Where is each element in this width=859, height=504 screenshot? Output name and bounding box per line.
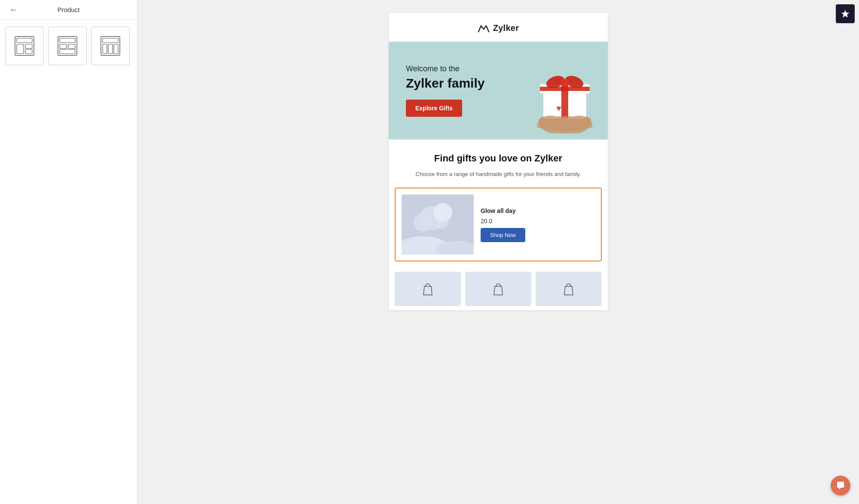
section-heading: Find gifts you love on Zylker Choose fro…	[389, 140, 608, 184]
layout-icon-1	[13, 35, 36, 57]
featured-product-card: Glow all day 20.0 Shop Now	[396, 188, 601, 261]
product-image	[402, 194, 474, 255]
bottom-product-1	[395, 272, 461, 306]
hero-banner: Welcome to the Zylker family Explore Gif…	[389, 42, 608, 140]
product-image-placeholder-svg	[402, 194, 474, 255]
bottom-product-row	[389, 267, 608, 310]
sidebar-thumbnails	[0, 20, 137, 72]
hero-image: ♥	[522, 42, 608, 140]
svg-rect-4	[25, 49, 32, 54]
svg-marker-31	[841, 10, 850, 18]
star-button[interactable]	[836, 4, 855, 23]
svg-rect-6	[60, 38, 75, 43]
svg-rect-0	[15, 36, 34, 55]
featured-product-container: Glow all day 20.0 Shop Now	[395, 188, 602, 261]
svg-rect-3	[25, 44, 32, 49]
svg-rect-1	[17, 38, 32, 43]
bag-icon-1	[419, 280, 436, 298]
brand-name: Zylker	[493, 23, 519, 33]
svg-point-28	[433, 203, 452, 222]
gift-illustration: ♥	[530, 48, 599, 134]
layout-icon-3	[99, 35, 122, 57]
chat-button[interactable]	[831, 476, 850, 495]
product-price: 20.0	[481, 218, 595, 225]
chat-icon	[836, 481, 845, 490]
section-main-heading: Find gifts you love on Zylker	[397, 152, 599, 165]
layout-icon-2	[56, 35, 79, 57]
sidebar-header: ← Product	[0, 0, 137, 20]
svg-point-22	[560, 79, 569, 87]
email-logo-area: Zylker	[389, 13, 608, 42]
svg-rect-7	[60, 44, 67, 49]
email-preview-card: Zylker Welcome to the Zylker family Expl…	[389, 13, 608, 310]
svg-rect-9	[60, 49, 75, 54]
brand-logo-icon	[478, 24, 490, 33]
star-icon	[841, 9, 850, 18]
svg-rect-12	[103, 44, 107, 54]
svg-rect-8	[68, 44, 75, 49]
email-logo: Zylker	[478, 23, 519, 33]
explore-gifts-button[interactable]: Explore Gifts	[406, 100, 462, 117]
hero-text-area: Welcome to the Zylker family Explore Gif…	[389, 52, 502, 130]
svg-rect-2	[17, 44, 24, 54]
sidebar: ← Product	[0, 0, 137, 504]
layout-thumbnail-1[interactable]	[5, 27, 44, 65]
product-name: Glow all day	[481, 207, 595, 214]
bottom-product-3	[536, 272, 602, 306]
svg-rect-13	[108, 44, 113, 54]
bottom-product-2	[465, 272, 531, 306]
svg-rect-11	[103, 38, 118, 43]
bag-icon-3	[560, 280, 577, 298]
back-button[interactable]: ←	[6, 3, 21, 16]
sidebar-title: Product	[58, 6, 80, 13]
svg-rect-14	[114, 44, 118, 54]
main-area: Zylker Welcome to the Zylker family Expl…	[137, 0, 859, 504]
shop-now-button[interactable]: Shop Now	[481, 228, 525, 242]
svg-rect-5	[58, 36, 77, 55]
svg-rect-19	[540, 87, 590, 91]
bag-icon-2	[490, 280, 507, 298]
layout-thumbnail-2[interactable]	[48, 27, 87, 65]
svg-text:♥: ♥	[556, 103, 561, 113]
hero-subtitle: Welcome to the	[406, 64, 484, 73]
hero-title: Zylker family	[406, 76, 484, 90]
product-info: Glow all day 20.0 Shop Now	[481, 207, 595, 242]
section-subheading: Choose from a range of handmade gifts fo…	[397, 170, 599, 179]
svg-point-26	[414, 213, 433, 232]
layout-thumbnail-3[interactable]	[91, 27, 130, 65]
svg-rect-10	[101, 36, 120, 55]
